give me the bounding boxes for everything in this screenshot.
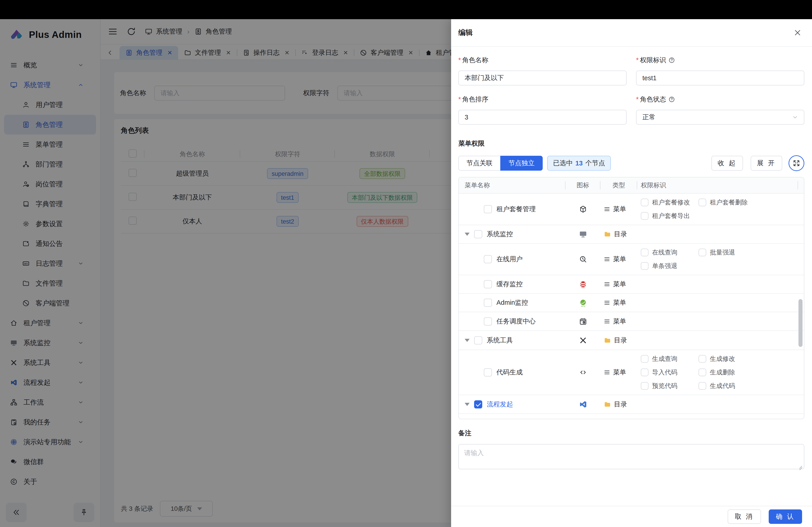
perm-checkbox[interactable] xyxy=(698,355,706,363)
tree-node-checkbox[interactable] xyxy=(484,317,492,326)
type-label: 菜单 xyxy=(613,368,626,377)
close-icon[interactable] xyxy=(793,28,802,37)
tree-node-checkbox[interactable] xyxy=(484,280,492,288)
tree-rows: 租户套餐管理菜单租户套餐修改租户套餐删除租户套餐导出系统监控目录在线用户菜单在线… xyxy=(459,194,804,419)
role-name-input[interactable] xyxy=(464,74,621,82)
perm-checkbox[interactable] xyxy=(698,419,706,419)
confirm-button[interactable]: 确 认 xyxy=(769,509,802,524)
tree-node-checkbox[interactable] xyxy=(484,205,492,213)
perm-checkbox[interactable] xyxy=(641,212,649,220)
bars-icon xyxy=(604,281,610,288)
question-circle-icon[interactable] xyxy=(668,96,675,103)
perm-item-租户套餐导出: 租户套餐导出 xyxy=(641,212,698,220)
perm-checkbox[interactable] xyxy=(641,419,649,419)
tree-node-perms xyxy=(637,317,804,326)
role-status-select[interactable] xyxy=(636,110,804,125)
svg-text:spring: spring xyxy=(581,305,585,307)
tree-node-checkbox[interactable] xyxy=(474,336,482,344)
perm-item-租户套餐修改: 租户套餐修改 xyxy=(641,198,698,207)
tree-node-checkbox[interactable] xyxy=(474,400,482,408)
expand-arrows-icon xyxy=(792,159,800,167)
perm-checkbox[interactable] xyxy=(698,249,706,256)
menu-perm-tree: 菜单名称 图标 类型 权限标识 租户套餐管理菜单租户套餐修改租户套餐删除租户套餐… xyxy=(458,177,804,419)
tree-node-label[interactable]: 流程发起 xyxy=(487,400,513,409)
cancel-button[interactable]: 取 消 xyxy=(728,509,761,524)
drawer-footer: 取 消 确 认 xyxy=(451,506,812,527)
tree-node-type-cell: 目录 xyxy=(600,230,637,239)
tree-scrollbar-thumb[interactable] xyxy=(798,299,802,347)
collapse-all-button[interactable]: 收 起 xyxy=(711,156,743,171)
tree-node-label[interactable]: 系统工具 xyxy=(487,336,513,345)
perm-checkbox[interactable] xyxy=(641,199,649,206)
tree-node-icon-cell xyxy=(565,255,600,264)
code-icon xyxy=(579,368,588,377)
bars-icon xyxy=(604,318,610,325)
tree-node-label[interactable]: Admin监控 xyxy=(496,298,528,307)
node-linked-toggle[interactable]: 节点关联 xyxy=(458,156,500,171)
perm-label: 请假申请新增 xyxy=(710,418,748,419)
perm-label: 租户套餐修改 xyxy=(652,198,690,207)
perm-checkbox[interactable] xyxy=(641,382,649,390)
tree-node-type-cell: 菜单 xyxy=(600,255,637,264)
question-circle-icon[interactable] xyxy=(668,57,675,63)
tree-node-checkbox[interactable] xyxy=(484,299,492,307)
perm-checkbox[interactable] xyxy=(641,355,649,363)
tree-node-checkbox[interactable] xyxy=(484,368,492,376)
role-sort-input[interactable] xyxy=(464,114,621,121)
tree-node-type-cell: 菜单 xyxy=(600,280,637,289)
perm-item-预览代码: 预览代码 xyxy=(641,381,698,390)
perm-checkbox[interactable] xyxy=(641,368,649,376)
tree-node-label[interactable]: 任务调度中心 xyxy=(496,317,536,326)
tree-col-icon: 图标 xyxy=(565,181,600,190)
tree-node-label[interactable]: 系统监控 xyxy=(487,230,513,239)
type-label: 目录 xyxy=(614,400,627,409)
role-sort-input-wrap xyxy=(458,110,627,125)
tree-node-label[interactable]: 代码生成 xyxy=(496,368,523,377)
drawer-backdrop[interactable] xyxy=(0,19,451,527)
selected-nodes-tag: 已选中 13 个节点 xyxy=(547,156,611,171)
edit-drawer: 编辑 角色名称 权限标识 xyxy=(451,19,812,527)
tree-expand-arrow-icon[interactable] xyxy=(465,403,469,406)
tree-node-label[interactable]: 租户套餐管理 xyxy=(496,205,536,214)
perm-key-input[interactable] xyxy=(642,74,798,82)
perm-label: 租户套餐导出 xyxy=(652,212,690,220)
tree-node-checkbox[interactable] xyxy=(474,230,482,238)
tree-node-perms xyxy=(637,400,804,409)
tree-node-perms xyxy=(637,298,804,307)
tree-node-type-cell: 目录 xyxy=(600,336,637,345)
tree-node-label[interactable]: 在线用户 xyxy=(496,255,523,264)
tree-col-type: 类型 xyxy=(600,181,637,190)
drawer-header: 编辑 xyxy=(451,19,812,47)
perm-checkbox[interactable] xyxy=(641,249,649,256)
perm-item-请假申请查询: 请假申请查询 xyxy=(641,418,698,419)
perm-checkbox[interactable] xyxy=(698,199,706,206)
perm-checkbox[interactable] xyxy=(641,262,649,270)
perm-label: 租户套餐删除 xyxy=(710,198,748,207)
tree-node-icon-cell xyxy=(565,205,600,213)
tree-node-type-cell: 菜单 xyxy=(600,317,637,326)
tree-row-Admin监控: Admin监控spring菜单 xyxy=(459,294,804,312)
type-label: 目录 xyxy=(614,336,627,345)
perm-checkbox[interactable] xyxy=(698,382,706,390)
tree-row-系统工具: 系统工具目录 xyxy=(459,331,804,350)
perm-item-生成代码: 生成代码 xyxy=(698,381,756,390)
tree-node-label[interactable]: 缓存监控 xyxy=(496,280,523,289)
node-independent-toggle[interactable]: 节点独立 xyxy=(500,156,543,171)
perm-label: 预览代码 xyxy=(652,381,677,390)
type-label: 菜单 xyxy=(613,317,626,326)
perm-item-在线查询: 在线查询 xyxy=(641,248,698,257)
remark-textarea[interactable] xyxy=(459,445,804,469)
tree-expand-arrow-icon[interactable] xyxy=(465,339,469,342)
expand-all-button[interactable]: 展 开 xyxy=(751,156,782,171)
tree-row-系统监控: 系统监控目录 xyxy=(459,225,804,244)
perm-item-生成修改: 生成修改 xyxy=(698,355,756,363)
tree-col-menu-name: 菜单名称 xyxy=(459,181,565,190)
tree-node-checkbox[interactable] xyxy=(484,255,492,263)
tree-node-icon-cell xyxy=(565,400,600,409)
online-icon xyxy=(579,255,588,264)
fullscreen-button[interactable] xyxy=(788,155,804,171)
tree-expand-arrow-icon[interactable] xyxy=(465,232,469,236)
perm-item-生成删除: 生成删除 xyxy=(698,368,756,377)
perm-checkbox[interactable] xyxy=(698,368,706,376)
type-label: 菜单 xyxy=(613,205,626,214)
